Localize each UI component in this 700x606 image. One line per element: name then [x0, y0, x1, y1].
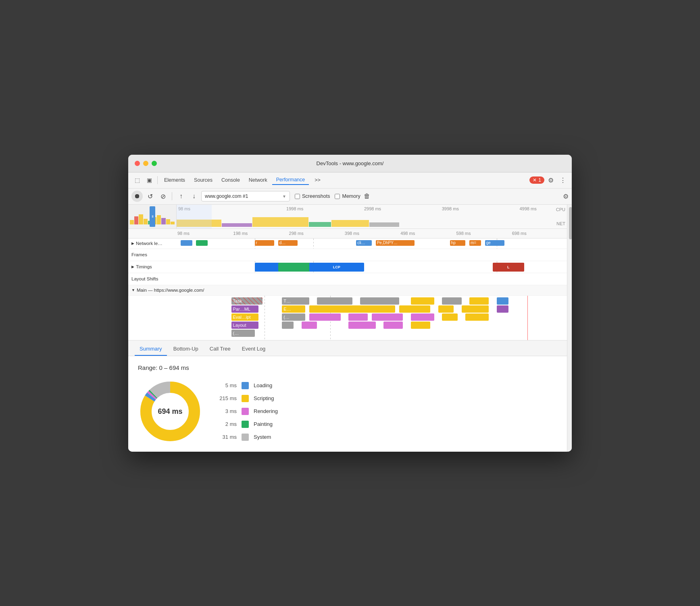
- script-small[interactable]: [411, 322, 430, 329]
- task-block-2[interactable]: [317, 297, 352, 305]
- tab-performance[interactable]: Performance: [272, 175, 309, 185]
- render-block-4[interactable]: [411, 313, 434, 321]
- net-block[interactable]: r: [255, 240, 274, 246]
- main-track-label[interactable]: ▼ Main — https://www.google.com/: [128, 288, 567, 293]
- timings-expand-icon[interactable]: ▶: [131, 265, 134, 269]
- tab-sources[interactable]: Sources: [190, 176, 217, 185]
- layout-block[interactable]: Layout: [231, 322, 259, 329]
- render-small[interactable]: [302, 322, 317, 329]
- network-expand-icon[interactable]: ▶: [131, 241, 134, 245]
- clear-button[interactable]: ⊘: [157, 191, 169, 202]
- evalscript-block[interactable]: Eval…ipt: [231, 313, 259, 321]
- render-med[interactable]: [348, 322, 376, 329]
- legend-system: 31 ms System: [219, 434, 278, 441]
- layout-shifts-label: Layout Shifts: [128, 276, 177, 281]
- task-block-5[interactable]: [442, 297, 461, 305]
- eval-block-5[interactable]: [462, 305, 489, 313]
- network-track-content[interactable]: r d… cli… Pe,DhPY… hp m= ge: [177, 239, 567, 249]
- task-block[interactable]: Task: [231, 297, 262, 305]
- eval-block-3[interactable]: [399, 305, 430, 313]
- url-dropdown-icon[interactable]: ▼: [282, 194, 286, 199]
- net-block[interactable]: [181, 240, 192, 246]
- script-block-6[interactable]: [465, 313, 489, 321]
- maximize-button[interactable]: [152, 161, 157, 166]
- last-block[interactable]: (…: [231, 330, 255, 337]
- render-block-3[interactable]: [372, 313, 403, 321]
- memory-checkbox[interactable]: [335, 194, 340, 199]
- anon-block[interactable]: (…: [282, 313, 305, 321]
- flame-row-2: Eval…ipt (…: [177, 313, 567, 322]
- net-block[interactable]: ge: [485, 240, 504, 246]
- record-button[interactable]: ⏺: [131, 191, 143, 202]
- scrollbar-thumb[interactable]: [569, 207, 572, 239]
- timeline-area: ⏸ 98 ms 1998 ms 2998 ms 3998 ms 4998 ms: [128, 205, 572, 452]
- trash-icon[interactable]: 🗑: [364, 193, 370, 200]
- render-block[interactable]: [309, 313, 340, 321]
- render-block-2[interactable]: [348, 313, 368, 321]
- loading-ms: 5 ms: [219, 382, 237, 388]
- net-block[interactable]: [196, 240, 208, 246]
- tab-console[interactable]: Console: [217, 176, 244, 185]
- more-menu-icon[interactable]: ⋮: [557, 174, 569, 186]
- tab-call-tree[interactable]: Call Tree: [205, 342, 235, 356]
- download-button[interactable]: ↓: [188, 191, 200, 202]
- network-track-row: ▶ Network le… r d… cli… Pe,: [128, 239, 567, 249]
- flame-chart: Task T… Par…ML E…: [128, 296, 567, 340]
- net-block[interactable]: cli…: [356, 240, 372, 246]
- network-track-label[interactable]: ▶ Network le…: [128, 241, 177, 246]
- bottom-tabs: Summary Bottom-Up Call Tree Event Log: [128, 340, 567, 356]
- minimize-button[interactable]: [143, 161, 148, 166]
- main-expand-icon[interactable]: ▼: [131, 288, 135, 292]
- overview-ruler[interactable]: 98 ms 1998 ms 2998 ms 3998 ms 4998 ms: [177, 205, 567, 228]
- parse-block[interactable]: Par…ML: [231, 305, 259, 313]
- overview-ruler-labels: 98 ms 1998 ms 2998 ms 3998 ms 4998 ms: [177, 206, 567, 211]
- summary-panel: Range: 0 – 694 ms: [128, 356, 567, 452]
- timings-track-content[interactable]: DCL FP FCP LCP L: [177, 261, 567, 273]
- net-block[interactable]: Pe,DhPY…: [376, 240, 415, 246]
- settings-gear-icon[interactable]: ⚙: [563, 193, 569, 200]
- task-block-3[interactable]: [360, 297, 399, 305]
- task-block-4[interactable]: [411, 297, 434, 305]
- timings-track-label[interactable]: ▶ Timings: [128, 264, 177, 269]
- layout-shifts-label-text: Layout Shifts: [131, 276, 158, 281]
- screenshots-checkbox[interactable]: [295, 194, 300, 199]
- tab-event-log[interactable]: Event Log: [237, 342, 271, 356]
- screenshots-checkbox-label[interactable]: Screenshots: [295, 193, 330, 199]
- tab-bottom-up[interactable]: Bottom-Up: [169, 342, 203, 356]
- net-block[interactable]: d…: [278, 240, 298, 246]
- eval-block-2[interactable]: [309, 305, 395, 313]
- traffic-lights: [135, 161, 157, 166]
- tab-elements[interactable]: Elements: [160, 176, 189, 185]
- close-button[interactable]: [135, 161, 140, 166]
- device-icon[interactable]: ▣: [144, 174, 155, 186]
- flame-row-0: Task T…: [177, 297, 567, 305]
- eval-block-6[interactable]: [497, 305, 508, 313]
- painting-label: Painting: [254, 421, 273, 427]
- overview-strip[interactable]: ⏸ 98 ms 1998 ms 2998 ms 3998 ms 4998 ms: [128, 205, 567, 229]
- eval-block[interactable]: E…: [282, 305, 305, 313]
- eval-block-4[interactable]: [438, 305, 454, 313]
- tab-network[interactable]: Network: [245, 176, 271, 185]
- more-tabs-button[interactable]: >>: [310, 176, 325, 185]
- tab-summary[interactable]: Summary: [135, 342, 167, 356]
- layout-shifts-content[interactable]: [177, 273, 567, 285]
- memory-checkbox-label[interactable]: Memory: [335, 193, 360, 199]
- task-block-7[interactable]: [497, 297, 508, 305]
- upload-button[interactable]: ↑: [175, 191, 187, 202]
- cursor-icon[interactable]: ⬚: [131, 174, 143, 186]
- reload-button[interactable]: ↺: [144, 191, 156, 202]
- tab-separator: [157, 176, 158, 184]
- net-block[interactable]: m=: [469, 240, 481, 246]
- settings-icon[interactable]: ⚙: [545, 174, 556, 186]
- script-block-5[interactable]: [442, 313, 458, 321]
- net-block[interactable]: hp: [450, 240, 466, 246]
- task-block-t[interactable]: T…: [282, 297, 309, 305]
- small-block[interactable]: [282, 322, 294, 329]
- tick-698: 698 ms: [511, 231, 567, 236]
- render-med-2[interactable]: [383, 322, 403, 329]
- scrollbar-track[interactable]: [567, 205, 572, 452]
- pause-marker: ⏸: [150, 206, 155, 227]
- frames-track-content[interactable]: [177, 249, 567, 261]
- scripting-swatch: [242, 395, 249, 402]
- task-block-6[interactable]: [469, 297, 489, 305]
